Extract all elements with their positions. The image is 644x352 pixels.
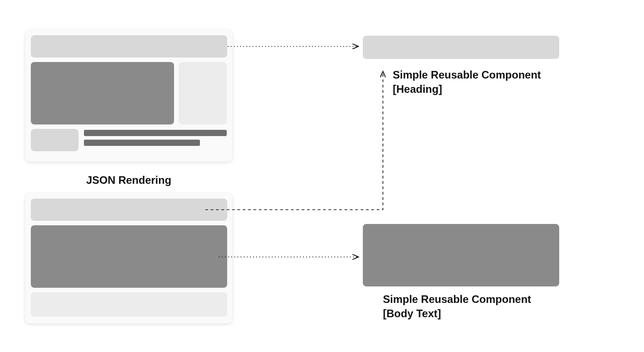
heading-component-label-line1: Simple Reusable Component	[393, 69, 541, 81]
thumbnail-block	[31, 129, 79, 151]
footer-bar-block	[31, 292, 227, 317]
main-image-block	[31, 62, 174, 124]
footer-row	[31, 129, 227, 151]
heading-bar-block	[31, 35, 227, 58]
body-component-block	[363, 224, 559, 286]
top-layout-wireframe	[25, 30, 232, 162]
heading-bar-block	[31, 199, 227, 221]
text-line-block	[84, 130, 227, 136]
heading-component-label-line2: [Heading]	[393, 83, 442, 95]
side-panel-block	[179, 62, 227, 124]
body-component-label-line2: [Body Text]	[383, 307, 441, 319]
body-text-block	[31, 225, 227, 288]
diagram-canvas: JSON Rendering Simple Reusable Component…	[0, 0, 644, 352]
body-component-label-line1: Simple Reusable Component	[383, 293, 531, 305]
json-rendering-label: JSON Rendering	[25, 174, 232, 186]
bottom-layout-wireframe	[25, 193, 232, 323]
content-row	[31, 62, 227, 124]
body-component-label: Simple Reusable Component [Body Text]	[383, 292, 531, 321]
text-line-block	[84, 140, 200, 146]
heading-component-block	[363, 36, 559, 59]
text-lines-group	[84, 129, 227, 146]
heading-component-label: Simple Reusable Component [Heading]	[393, 68, 541, 97]
